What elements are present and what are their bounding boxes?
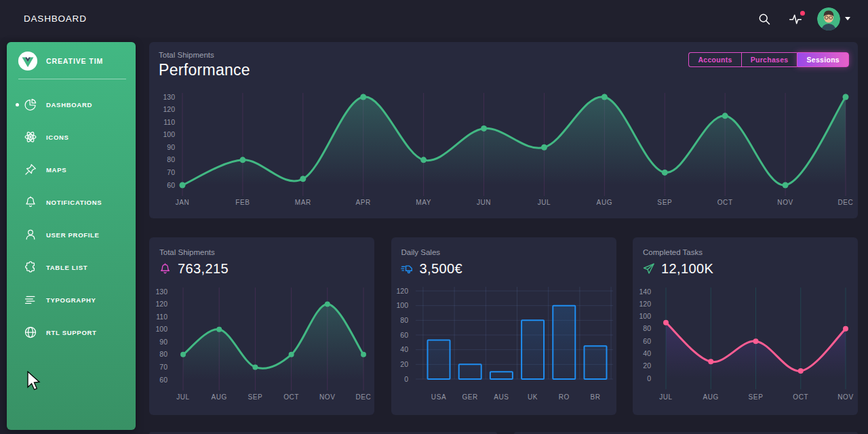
svg-text:90: 90 <box>159 338 167 346</box>
svg-text:90: 90 <box>167 143 175 151</box>
user-menu[interactable] <box>817 7 850 31</box>
svg-text:120: 120 <box>639 300 651 308</box>
svg-text:AUG: AUG <box>211 393 226 401</box>
globe-icon <box>24 326 37 339</box>
svg-text:FEB: FEB <box>235 199 250 206</box>
svg-text:120: 120 <box>155 300 167 308</box>
svg-text:OCT: OCT <box>793 393 808 401</box>
svg-text:JUL: JUL <box>538 199 551 206</box>
performance-chart[interactable]: 13012011010090807060JANFEBMARAPRMAYJUNJU… <box>149 88 858 218</box>
svg-text:70: 70 <box>167 168 175 176</box>
tab-accounts[interactable]: Accounts <box>688 52 741 67</box>
stat-card-value-row: 12,100K <box>642 261 858 277</box>
total-shipments-chart[interactable]: 13012011010090807060JULAUGSEPOCTNOVDEC <box>149 283 375 415</box>
stat-card-label: Daily Sales <box>401 248 616 256</box>
sidebar-item-typography[interactable]: TYPOGRAPHY <box>7 283 136 316</box>
svg-text:AUG: AUG <box>597 199 612 206</box>
stat-cards-row: Total Shipments763,215130120110100908070… <box>149 237 858 415</box>
svg-text:110: 110 <box>163 118 175 126</box>
svg-text:USA: USA <box>431 393 446 401</box>
svg-text:60: 60 <box>159 376 167 384</box>
sidebar-item-rtl-support[interactable]: RTL SUPPORT <box>7 316 136 349</box>
svg-text:DEC: DEC <box>356 393 372 401</box>
svg-text:APR: APR <box>356 199 371 206</box>
sidebar-item-maps[interactable]: MAPS <box>7 153 136 186</box>
stat-card-label: Completed Tasks <box>643 248 858 256</box>
tab-sessions[interactable]: Sessions <box>797 52 849 67</box>
sidebar-brand[interactable]: CREATIVE TIM <box>7 42 136 79</box>
daily-sales-chart[interactable]: 120100806040200USAGERAUSUKROBR <box>391 283 617 415</box>
sidebar-item-user-profile[interactable]: USER PROFILE <box>7 218 136 251</box>
pin-icon <box>24 163 37 176</box>
svg-text:100: 100 <box>163 130 175 138</box>
svg-text:120: 120 <box>396 287 408 295</box>
sidebar-item-label: TABLE LIST <box>46 264 87 271</box>
avatar-image <box>817 7 840 31</box>
svg-text:JAN: JAN <box>176 199 190 206</box>
svg-text:RO: RO <box>558 393 569 401</box>
chart-tab-group: AccountsPurchasesSessions <box>688 52 849 67</box>
stat-card-total-shipments: Total Shipments763,215130120110100908070… <box>149 237 374 415</box>
typography-icon <box>24 293 37 307</box>
delivery-icon <box>401 262 414 275</box>
tab-purchases[interactable]: Purchases <box>741 52 797 67</box>
notification-dot <box>800 11 805 16</box>
bell-icon <box>24 195 37 209</box>
svg-text:40: 40 <box>643 349 651 357</box>
svg-text:80: 80 <box>643 324 651 332</box>
svg-text:110: 110 <box>156 313 167 321</box>
sidebar-item-icons[interactable]: ICONS <box>7 121 136 153</box>
sidebar-item-label: TYPOGRAPHY <box>46 296 96 304</box>
sidebar-item-label: RTL SUPPORT <box>46 329 97 336</box>
svg-text:JUL: JUL <box>176 393 190 401</box>
sidebar-item-notifications[interactable]: NOTIFICATIONS <box>7 186 136 218</box>
svg-text:NOV: NOV <box>837 393 853 401</box>
svg-text:20: 20 <box>643 361 651 370</box>
svg-text:BR: BR <box>590 393 600 401</box>
svg-text:DEC: DEC <box>838 199 854 206</box>
pie-chart-icon <box>24 98 37 111</box>
sidebar-item-label: NOTIFICATIONS <box>46 199 102 206</box>
search-button[interactable] <box>752 7 776 31</box>
sidebar-nav: DASHBOARDICONSMAPSNOTIFICATIONSUSER PROF… <box>7 79 136 349</box>
stat-card-value: 3,500€ <box>420 261 463 277</box>
active-indicator-dot <box>16 103 19 106</box>
stat-card-label: Total Shipments <box>159 248 374 256</box>
svg-text:UK: UK <box>528 393 538 401</box>
svg-text:130: 130 <box>163 93 175 101</box>
top-navbar: DASHBOARD <box>0 0 868 37</box>
svg-text:60: 60 <box>643 337 651 345</box>
notifications-button[interactable] <box>783 7 808 31</box>
svg-text:JUL: JUL <box>659 393 673 401</box>
svg-text:130: 130 <box>155 288 167 296</box>
sidebar-item-table-list[interactable]: TABLE LIST <box>7 251 136 283</box>
completed-tasks-chart[interactable]: 140120100806040200JULAUGSEPOCTNOV <box>633 283 859 415</box>
svg-text:120: 120 <box>163 105 175 113</box>
svg-text:70: 70 <box>159 363 167 371</box>
svg-text:100: 100 <box>639 312 651 320</box>
stat-card-value: 12,100K <box>661 261 713 277</box>
send-icon <box>642 262 655 275</box>
svg-text:60: 60 <box>400 331 408 339</box>
svg-text:MAR: MAR <box>295 199 311 206</box>
svg-text:0: 0 <box>647 374 651 382</box>
stat-card-value-row: 763,215 <box>159 261 374 277</box>
svg-text:80: 80 <box>167 155 175 163</box>
svg-text:80: 80 <box>159 350 167 358</box>
svg-text:GER: GER <box>462 393 477 401</box>
svg-text:AUS: AUS <box>494 393 509 401</box>
chevron-down-icon <box>845 17 850 20</box>
brand-name: CREATIVE TIM <box>46 57 103 65</box>
sidebar-item-dashboard[interactable]: DASHBOARD <box>7 88 136 121</box>
sidebar-item-label: ICONS <box>46 134 69 141</box>
avatar <box>817 7 840 31</box>
performance-card-subtitle: Total Shipments <box>159 51 214 59</box>
svg-text:100: 100 <box>396 301 408 309</box>
svg-text:OCT: OCT <box>717 199 733 206</box>
svg-text:AUG: AUG <box>703 393 719 401</box>
svg-text:20: 20 <box>400 360 408 368</box>
vue-logo-icon <box>18 51 38 71</box>
svg-text:100: 100 <box>155 325 167 333</box>
page-title: DASHBOARD <box>24 14 87 24</box>
atom-icon <box>24 130 37 144</box>
